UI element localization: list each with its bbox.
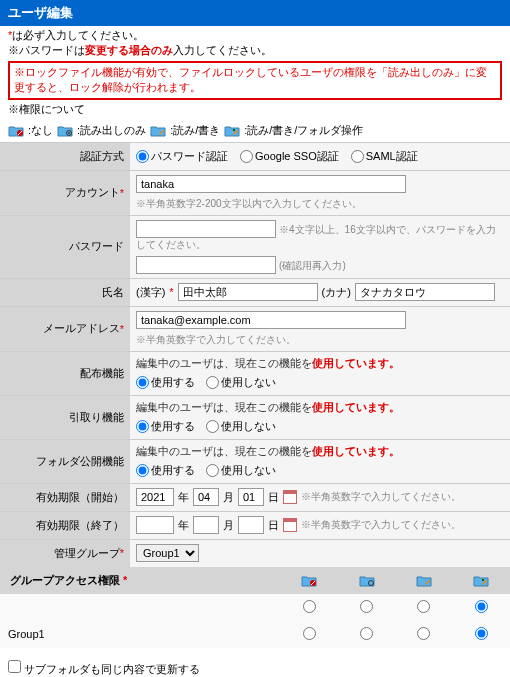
col-rw bbox=[395, 567, 452, 594]
dist-msg-em: 使用しています。 bbox=[312, 357, 400, 369]
perm-radio[interactable] bbox=[360, 627, 373, 640]
group-row-all bbox=[0, 594, 510, 621]
row-valid-start: 有効期限（開始） 年 月 日 ※半角英数字で入力してください。 bbox=[0, 483, 510, 511]
pickup-msg-em: 使用しています。 bbox=[312, 401, 400, 413]
end-year-input[interactable] bbox=[136, 516, 174, 534]
auth-password[interactable]: パスワード認証 bbox=[136, 149, 228, 164]
label-dist: 配布機能 bbox=[0, 352, 130, 395]
calendar-icon[interactable] bbox=[283, 518, 297, 532]
perm-radio[interactable] bbox=[475, 627, 488, 640]
label-account: アカウント bbox=[65, 185, 120, 200]
svg-rect-4 bbox=[233, 129, 235, 131]
dist-use[interactable]: 使用する bbox=[136, 375, 195, 390]
footer: サブフォルダも同じ内容で更新する 編集する bbox=[0, 648, 510, 677]
lock-warning: ※ロックファイル機能が有効で、ファイルロックしているユーザの権限を「読み出しのみ… bbox=[8, 61, 502, 100]
label-name: 氏名 bbox=[0, 279, 130, 306]
page-title: ユーザ編集 bbox=[8, 5, 73, 20]
permission-legend: :なし :読み出しのみ :読み/書き :読み/書き/フォルダ操作 bbox=[0, 119, 510, 142]
folder-rwf-icon bbox=[473, 574, 489, 587]
label-mgmt-group: 管理グループ bbox=[54, 546, 120, 561]
account-input[interactable] bbox=[136, 175, 406, 193]
row-folderpub: フォルダ公開機能 編集中のユーザは、現在この機能を使用しています。 使用する 使… bbox=[0, 439, 510, 483]
folder-read-icon bbox=[57, 124, 73, 137]
perm-radio[interactable] bbox=[303, 627, 316, 640]
row-account: アカウント * ※半角英数字2-200文字以内で入力してください。 bbox=[0, 170, 510, 215]
col-rwf bbox=[453, 567, 510, 594]
folderpub-use[interactable]: 使用する bbox=[136, 463, 195, 478]
account-hint: ※半角英数字2-200文字以内で入力してください。 bbox=[136, 197, 362, 211]
label-folderpub: フォルダ公開機能 bbox=[0, 440, 130, 483]
label-valid-end: 有効期限（終了） bbox=[0, 512, 130, 539]
folderpub-msg-em: 使用しています。 bbox=[312, 445, 400, 457]
col-none bbox=[281, 567, 338, 594]
req-mark: * bbox=[120, 187, 124, 199]
label-auth: 認証方式 bbox=[0, 143, 130, 170]
folder-rw-icon bbox=[416, 574, 432, 587]
perm-read-label: :読み出しのみ bbox=[77, 123, 146, 138]
svg-point-3 bbox=[68, 132, 70, 134]
folderpub-nouse[interactable]: 使用しない bbox=[206, 463, 276, 478]
subfolder-checkbox-label[interactable]: サブフォルダも同じ内容で更新する bbox=[8, 663, 200, 675]
month-lbl: 月 bbox=[223, 490, 234, 505]
folderpub-msg-pre: 編集中のユーザは、現在この機能を bbox=[136, 445, 312, 457]
perm-radio[interactable] bbox=[417, 627, 430, 640]
req-mark: * bbox=[120, 323, 124, 335]
kanji-input[interactable] bbox=[178, 283, 318, 301]
col-read bbox=[338, 567, 395, 594]
perm-radio[interactable] bbox=[303, 600, 316, 613]
calendar-icon[interactable] bbox=[283, 490, 297, 504]
perm-none-label: :なし bbox=[28, 123, 53, 138]
row-valid-end: 有効期限（終了） 年 月 日 ※半角英数字で入力してください。 bbox=[0, 511, 510, 539]
row-mgmt-group: 管理グループ * Group1 bbox=[0, 539, 510, 567]
kana-input[interactable] bbox=[355, 283, 495, 301]
kana-label: (カナ) bbox=[322, 285, 351, 300]
dist-nouse[interactable]: 使用しない bbox=[206, 375, 276, 390]
group-name-cell: Group1 bbox=[0, 621, 281, 648]
label-valid-start: 有効期限（開始） bbox=[0, 484, 130, 511]
perm-title: ※権限について bbox=[8, 103, 85, 115]
auth-google[interactable]: Google SSO認証 bbox=[240, 149, 339, 164]
perm-radio[interactable] bbox=[475, 600, 488, 613]
kanji-label: (漢字) bbox=[136, 285, 165, 300]
req-mark: * bbox=[169, 286, 173, 298]
req-mark: * bbox=[120, 547, 124, 559]
subfolder-checkbox[interactable] bbox=[8, 660, 21, 673]
email-input[interactable] bbox=[136, 311, 406, 329]
label-password: パスワード bbox=[0, 216, 130, 278]
row-password: パスワード ※4文字以上、16文字以内で、パスワードを入力してください。 (確認… bbox=[0, 215, 510, 278]
pwd-note-pre: ※パスワードは bbox=[8, 44, 85, 56]
auth-saml[interactable]: SAML認証 bbox=[351, 149, 418, 164]
end-day-input[interactable] bbox=[238, 516, 264, 534]
dist-msg-pre: 編集中のユーザは、現在この機能を bbox=[136, 357, 312, 369]
row-email: メールアドレス * ※半角英数字で入力してください。 bbox=[0, 306, 510, 351]
start-day-input[interactable] bbox=[238, 488, 264, 506]
start-month-input[interactable] bbox=[193, 488, 219, 506]
folder-read-icon bbox=[359, 574, 375, 587]
pwd-note-post: 入力してください。 bbox=[173, 44, 272, 56]
mgmt-group-select[interactable]: Group1 bbox=[136, 544, 199, 562]
svg-rect-8 bbox=[482, 579, 484, 581]
end-hint: ※半角英数字で入力してください。 bbox=[301, 518, 461, 532]
day-lbl: 日 bbox=[268, 518, 279, 533]
start-year-input[interactable] bbox=[136, 488, 174, 506]
pickup-nouse[interactable]: 使用しない bbox=[206, 419, 276, 434]
folder-rw-icon bbox=[150, 124, 166, 137]
perm-radio[interactable] bbox=[417, 600, 430, 613]
page-header: ユーザ編集 bbox=[0, 0, 510, 26]
notice-area: *は必ず入力してください。 ※パスワードは変更する場合のみ入力してください。 ※… bbox=[0, 26, 510, 119]
password-confirm-input[interactable] bbox=[136, 256, 276, 274]
password-input[interactable] bbox=[136, 220, 276, 238]
perm-rw-label: :読み/書き bbox=[170, 123, 220, 138]
pickup-use[interactable]: 使用する bbox=[136, 419, 195, 434]
row-auth: 認証方式 パスワード認証 Google SSO認証 SAML認証 bbox=[0, 142, 510, 170]
row-dist: 配布機能 編集中のユーザは、現在この機能を使用しています。 使用する 使用しない bbox=[0, 351, 510, 395]
year-lbl: 年 bbox=[178, 490, 189, 505]
group-row: Group1 bbox=[0, 621, 510, 648]
end-month-input[interactable] bbox=[193, 516, 219, 534]
label-email: メールアドレス bbox=[43, 321, 120, 336]
pickup-msg-pre: 編集中のユーザは、現在この機能を bbox=[136, 401, 312, 413]
year-lbl: 年 bbox=[178, 518, 189, 533]
perm-radio[interactable] bbox=[360, 600, 373, 613]
row-pickup: 引取り機能 編集中のユーザは、現在この機能を使用しています。 使用する 使用しな… bbox=[0, 395, 510, 439]
password-hint2: (確認用再入力) bbox=[279, 260, 346, 271]
